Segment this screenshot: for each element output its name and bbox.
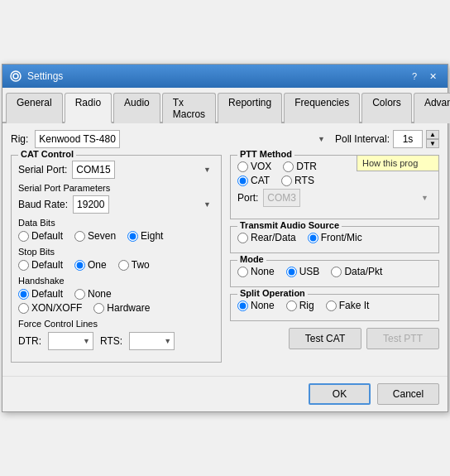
data-bits-seven-radio[interactable] xyxy=(74,231,85,242)
data-bits-default-radio[interactable] xyxy=(18,231,29,242)
split-none-label: None xyxy=(251,300,275,311)
tab-colors[interactable]: Colors xyxy=(361,93,412,123)
ptt-dtr-radio[interactable] xyxy=(283,161,294,172)
test-cat-button[interactable]: Test CAT xyxy=(289,328,361,349)
tab-general[interactable]: General xyxy=(6,93,63,123)
mode-usb-radio[interactable] xyxy=(286,267,297,277)
stop-bits-group: Stop Bits Default One xyxy=(18,247,214,271)
help-button[interactable]: ? xyxy=(406,69,423,84)
stop-bits-one-radio[interactable] xyxy=(74,260,85,271)
mode-row: None USB Data/Pkt xyxy=(237,266,432,277)
tab-audio[interactable]: Audio xyxy=(113,93,160,123)
close-button[interactable]: ✕ xyxy=(424,69,441,84)
split-rig-radio[interactable] xyxy=(286,301,297,311)
mode-none-radio[interactable] xyxy=(237,267,248,277)
ptt-cat-radio[interactable] xyxy=(237,175,248,186)
ptt-port-row: Port: COM3 xyxy=(237,189,432,207)
poll-interval-down[interactable]: ▼ xyxy=(426,139,439,148)
serial-params-label: Serial Port Parameters xyxy=(18,183,214,193)
mode-label: Mode xyxy=(237,254,266,264)
tab-frequencies[interactable]: Frequencies xyxy=(284,93,360,123)
data-bits-eight[interactable]: Eight xyxy=(127,230,163,242)
poll-interval-up[interactable]: ▲ xyxy=(426,130,439,139)
rts-label: RTS: xyxy=(100,335,122,347)
data-bits-group: Data Bits Default Seven xyxy=(18,218,214,242)
handshake-hardware[interactable]: Hardware xyxy=(93,302,150,314)
data-bits-default-label: Default xyxy=(31,230,63,242)
split-none[interactable]: None xyxy=(237,300,275,311)
stop-bits-one[interactable]: One xyxy=(74,259,107,271)
split-fakeit[interactable]: Fake It xyxy=(326,300,370,311)
ptt-vox[interactable]: VOX xyxy=(237,161,271,172)
mode-datapkt-radio[interactable] xyxy=(331,267,342,277)
tab-tx-macros[interactable]: Tx Macros xyxy=(162,93,216,123)
rig-select[interactable]: Kenwood TS-480 xyxy=(35,130,120,148)
cancel-button[interactable]: Cancel xyxy=(377,383,439,405)
tab-reporting[interactable]: Reporting xyxy=(218,93,282,123)
data-bits-eight-radio[interactable] xyxy=(127,231,138,242)
handshake-none-radio[interactable] xyxy=(74,289,85,300)
ptt-cat-label: CAT xyxy=(251,175,270,186)
transmit-audio-row: Rear/Data Front/Mic xyxy=(237,232,432,243)
dtr-select[interactable] xyxy=(48,332,93,350)
ptt-method-row-2: CAT RTS xyxy=(237,175,432,186)
right-column: How this prog PTT Method VOX DTR xyxy=(230,155,439,369)
stop-bits-default-label: Default xyxy=(31,259,63,271)
ptt-cat[interactable]: CAT xyxy=(237,175,270,186)
tab-advanced[interactable]: Advanced xyxy=(414,93,450,123)
handshake-xon-radio[interactable] xyxy=(18,303,29,314)
ptt-vox-radio[interactable] xyxy=(237,161,248,172)
baud-rate-select[interactable]: 19200 xyxy=(73,195,109,214)
force-control-group: Force Control Lines DTR: RTS: xyxy=(18,319,214,350)
ptt-dtr-label: DTR xyxy=(296,161,317,172)
cat-control-group: CAT Control Serial Port: COM15 Serial Po… xyxy=(11,155,222,363)
poll-interval-row: Poll Interval: ▲ ▼ xyxy=(335,130,439,148)
ptt-rts-radio[interactable] xyxy=(281,175,292,186)
dtr-wrapper xyxy=(48,332,93,350)
audio-rear[interactable]: Rear/Data xyxy=(237,232,296,243)
audio-rear-radio[interactable] xyxy=(237,233,248,243)
rts-select[interactable] xyxy=(129,332,175,350)
serial-port-select[interactable]: COM15 xyxy=(72,161,115,179)
serial-port-row: Serial Port: COM15 xyxy=(18,161,214,179)
stop-bits-two[interactable]: Two xyxy=(118,259,150,271)
audio-front-radio[interactable] xyxy=(308,233,318,243)
mode-group: Mode None USB Data/Pkt xyxy=(230,260,439,287)
baud-rate-label: Baud Rate: xyxy=(18,199,68,210)
window-title: Settings xyxy=(27,70,63,82)
title-bar-left: Settings xyxy=(9,70,63,83)
mode-usb-label: USB xyxy=(299,266,320,277)
handshake-default-radio[interactable] xyxy=(18,289,29,300)
split-none-radio[interactable] xyxy=(237,301,248,311)
mode-datapkt[interactable]: Data/Pkt xyxy=(331,266,382,277)
dtr-label: DTR: xyxy=(18,335,41,347)
split-fakeit-radio[interactable] xyxy=(326,301,337,311)
audio-front[interactable]: Front/Mic xyxy=(308,232,362,243)
mode-none-label: None xyxy=(251,266,275,277)
stop-bits-two-radio[interactable] xyxy=(118,260,129,271)
split-rig[interactable]: Rig xyxy=(286,300,314,311)
data-bits-seven[interactable]: Seven xyxy=(74,230,116,242)
handshake-none[interactable]: None xyxy=(74,288,112,300)
handshake-hardware-radio[interactable] xyxy=(93,303,104,314)
ptt-dtr[interactable]: DTR xyxy=(283,161,317,172)
handshake-xon[interactable]: XON/XOFF xyxy=(18,302,82,314)
ok-button[interactable]: OK xyxy=(309,383,371,405)
ptt-rts[interactable]: RTS xyxy=(281,175,314,186)
title-bar: Settings ? ✕ xyxy=(2,65,448,88)
mode-none[interactable]: None xyxy=(237,266,275,277)
ptt-port-wrapper: COM3 xyxy=(263,189,432,207)
poll-interval-input[interactable] xyxy=(393,130,423,148)
stop-bits-default-radio[interactable] xyxy=(18,260,29,271)
title-bar-controls: ? ✕ xyxy=(406,69,441,84)
tab-radio[interactable]: Radio xyxy=(65,93,112,123)
ptt-port-select[interactable]: COM3 xyxy=(263,189,300,207)
data-bits-default[interactable]: Default xyxy=(18,230,63,242)
settings-window: Settings ? ✕ General Radio Audio Tx Macr… xyxy=(2,64,448,412)
stop-bits-default[interactable]: Default xyxy=(18,259,63,271)
handshake-default[interactable]: Default xyxy=(18,288,63,300)
audio-front-label: Front/Mic xyxy=(321,232,362,243)
serial-port-wrapper: COM15 xyxy=(72,161,214,179)
test-ptt-button[interactable]: Test PTT xyxy=(366,328,439,349)
mode-usb[interactable]: USB xyxy=(286,266,320,277)
